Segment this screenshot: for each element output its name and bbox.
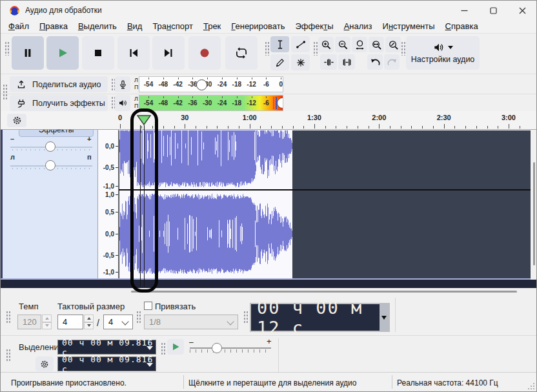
zoom-out-button[interactable]	[335, 37, 350, 52]
track-canvas[interactable]	[119, 130, 531, 278]
vertical-ruler[interactable]: 0,0-0,5-1,01,00,50,0-0,5-1,0	[98, 130, 119, 280]
timeline-ruler[interactable]: 0301:001:302:002:303:00	[1, 111, 536, 130]
time-display-format-zone[interactable]	[380, 304, 389, 331]
timesig-denominator-value: 4	[108, 317, 113, 327]
timesig-numerator-input[interactable]: 4	[57, 315, 83, 329]
snap-checkbox[interactable]	[144, 302, 152, 310]
stop-button[interactable]	[82, 36, 114, 70]
speed-slider-thumb[interactable]	[212, 343, 222, 353]
selection-end-field[interactable]: 00 ч 00 м 09.816 с	[57, 356, 156, 371]
menu-item-edit[interactable]: Правка	[34, 20, 73, 32]
playback-volume-slider[interactable]	[277, 98, 283, 108]
menu-item-select[interactable]: Выделить	[73, 20, 122, 32]
menu-item-transport[interactable]: Транспорт	[147, 20, 198, 32]
track-control-panel[interactable]: Эффекты – + л п	[3, 130, 98, 280]
record-volume-slider[interactable]	[196, 79, 207, 90]
playback-meter-speaker-button[interactable]	[115, 95, 130, 111]
menu-item-tools[interactable]: Инструменты	[378, 20, 440, 32]
timesig-denominator-select[interactable]: 4	[103, 315, 133, 329]
menu-item-effects[interactable]: Эффекты	[290, 20, 339, 32]
skip-to-end-button[interactable]	[152, 36, 185, 70]
edit-toolbar-grip[interactable]	[313, 41, 318, 56]
menu-item-help[interactable]: Справка	[440, 20, 483, 32]
menu-item-tracks[interactable]: Трек	[198, 20, 226, 32]
record-button[interactable]	[188, 36, 221, 70]
snap-select[interactable]: 1/8	[144, 315, 238, 329]
close-button[interactable]	[508, 1, 537, 20]
silence-audio-button[interactable]	[338, 54, 355, 70]
tempo-spinner-up[interactable]	[42, 315, 52, 322]
record-meter-mic-button[interactable]	[115, 76, 130, 92]
snap-grip[interactable]	[136, 311, 141, 324]
selection-grip[interactable]	[6, 349, 10, 362]
horizontal-scrollbar-thumb[interactable]	[131, 291, 517, 293]
menu-item-view[interactable]: Вид	[122, 20, 148, 32]
envelope-tool-button[interactable]	[291, 36, 310, 52]
gear-icon	[12, 116, 22, 125]
vruler-tick	[116, 194, 118, 195]
menu-item-file[interactable]: Файл	[3, 20, 34, 32]
multi-tool-button[interactable]	[291, 54, 310, 70]
status-hint: Щёлкните и перетащите для выделения ауди…	[188, 378, 356, 387]
ruler-tick	[520, 126, 520, 129]
skip-to-start-button[interactable]	[117, 36, 150, 70]
minimize-button[interactable]	[450, 1, 479, 20]
share-toolbar-grip[interactable]	[3, 84, 7, 101]
zoom-toggle-button[interactable]	[385, 37, 401, 52]
audio-setup-toolbar-grip[interactable]	[401, 41, 405, 56]
transport-toolbar-grip[interactable]	[5, 41, 9, 56]
record-icon	[198, 46, 211, 59]
time-display-grip[interactable]	[243, 311, 248, 324]
ruler-tick	[358, 126, 358, 129]
time-display[interactable]: 00 ч 00 м 12 с	[250, 303, 390, 332]
tempo-spinner[interactable]	[42, 315, 52, 329]
meter-tick	[237, 77, 238, 79]
selection-start-field[interactable]: 00 ч 00 м 09.816 с	[57, 340, 156, 355]
resize-grip-icon[interactable]	[527, 382, 535, 390]
tempo-input[interactable]: 120	[17, 315, 41, 329]
playback-meter[interactable]: -54-48-42-36-30-24-18-12-6	[139, 95, 283, 111]
loop-button[interactable]	[225, 36, 258, 70]
speed-slider-track[interactable]	[190, 347, 271, 349]
selection-options-button[interactable]	[35, 356, 54, 371]
get-effects-label: Получить эффекты	[32, 99, 105, 108]
pause-button[interactable]	[12, 36, 44, 70]
gain-slider-thumb[interactable]	[45, 141, 56, 152]
draw-tool-button[interactable]	[270, 54, 289, 70]
play-at-speed-grip[interactable]	[161, 342, 165, 355]
share-audio-button[interactable]: Поделиться аудио	[10, 76, 108, 92]
get-effects-button[interactable]: Получить эффекты	[10, 95, 108, 111]
selection-tool-button[interactable]	[270, 36, 289, 52]
zoom-fit-button[interactable]	[369, 37, 384, 52]
redo-button[interactable]	[384, 54, 400, 70]
vertical-scrollbar-thumb[interactable]	[533, 162, 535, 265]
play-button[interactable]	[46, 36, 79, 70]
trim-audio-button[interactable]	[320, 54, 337, 70]
play-at-speed-button[interactable]	[167, 339, 184, 355]
timeline-options-button[interactable]	[7, 114, 26, 127]
selection-toolbar-separator	[278, 338, 279, 372]
timesig-spinner[interactable]	[84, 315, 94, 329]
menu-item-analyze[interactable]: Анализ	[339, 20, 378, 32]
play-icon	[56, 46, 69, 59]
audio-setup-button[interactable]: Настройки аудио	[406, 36, 480, 70]
tempo-spinner-down[interactable]	[42, 322, 52, 330]
record-meter[interactable]: -54-48-42-36-30-24-18-12-60	[139, 76, 283, 92]
pan-slider-thumb[interactable]	[45, 160, 56, 170]
menu-item-generate[interactable]: Генерировать	[226, 20, 290, 32]
vertical-scrollbar[interactable]	[531, 130, 537, 280]
maximize-button[interactable]	[479, 1, 508, 20]
meter-tick	[178, 96, 179, 98]
time-signature-grip[interactable]	[6, 311, 10, 324]
undo-button[interactable]	[367, 54, 383, 70]
status-playback: Проигрывание приостановлено.	[11, 378, 127, 387]
status-divider-2	[392, 375, 392, 389]
tools-toolbar-grip[interactable]	[265, 41, 269, 56]
zoom-in-button[interactable]	[318, 37, 334, 52]
track-effects-button[interactable]: Эффекты	[19, 130, 94, 137]
ruler-tick	[444, 124, 445, 129]
timesig-spinner-up[interactable]	[84, 315, 94, 322]
timesig-denominator-chevron-icon	[121, 318, 128, 325]
zoom-selection-button[interactable]	[352, 37, 367, 52]
timesig-spinner-down[interactable]	[84, 322, 94, 330]
